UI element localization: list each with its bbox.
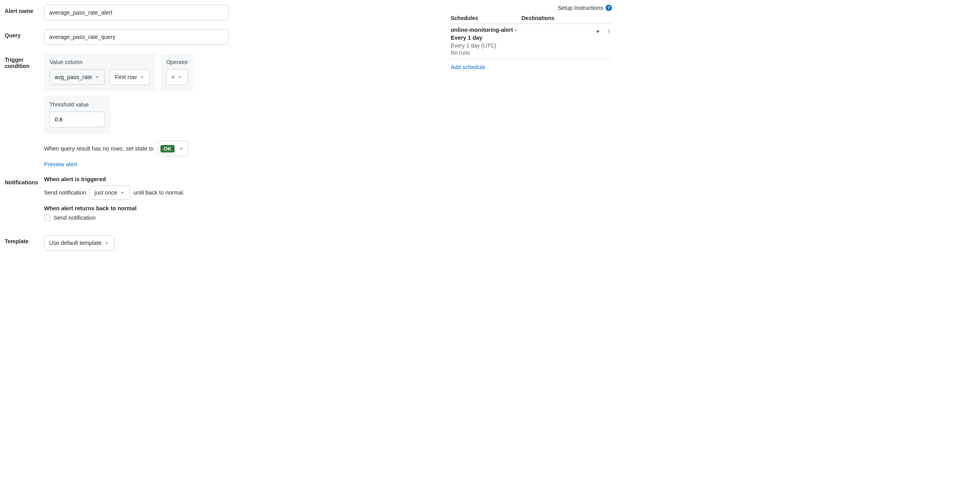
send-on-normal-checkbox[interactable]	[44, 215, 50, 221]
no-rows-text: When query result has no rows, set state…	[44, 145, 154, 152]
svg-point-3	[609, 33, 610, 33]
trigger-condition-label: Trigger condition	[5, 53, 44, 69]
send-suffix: until back to normal.	[133, 189, 184, 196]
notification-frequency-select[interactable]: just once	[89, 186, 130, 200]
row-selector-value: First row	[115, 74, 137, 80]
value-column-select[interactable]: avg_pass_rate	[50, 69, 105, 85]
schedule-title: online-monitoring-alert - Every 1 day	[451, 26, 519, 42]
normal-heading: When alert returns back to normal	[44, 205, 229, 211]
schedule-interval: Every 1 day (UTC)	[451, 42, 595, 49]
chevron-down-icon	[179, 146, 184, 151]
alert-name-input[interactable]	[44, 5, 229, 20]
query-label: Query	[5, 29, 44, 39]
value-column-value: avg_pass_rate	[55, 74, 92, 80]
schedule-runs: No runs	[451, 50, 595, 56]
chevron-down-icon	[177, 74, 182, 80]
play-icon[interactable]	[595, 29, 601, 35]
add-schedule-link[interactable]: Add schedule	[451, 64, 485, 70]
operator-value: <	[171, 74, 175, 80]
value-column-label: Value column	[50, 59, 150, 65]
threshold-input[interactable]	[50, 112, 105, 127]
notifications-label: Notifications	[5, 176, 44, 186]
operator-select[interactable]: <	[166, 69, 188, 85]
no-rows-state-select[interactable]: OK	[158, 141, 188, 156]
ok-badge: OK	[160, 145, 175, 152]
template-label: Template	[5, 235, 44, 244]
chevron-down-icon	[104, 240, 109, 246]
template-value: Use default template	[49, 240, 101, 246]
kebab-menu-icon[interactable]	[606, 29, 612, 35]
operator-card: Operator <	[161, 53, 193, 91]
help-icon[interactable]: ?	[606, 5, 612, 11]
send-prefix: Send notification	[44, 189, 86, 196]
triggered-heading: When alert is triggered	[44, 176, 229, 182]
setup-instructions-link[interactable]: Setup Instructions	[558, 5, 603, 11]
value-column-card: Value column avg_pass_rate First row	[44, 53, 155, 91]
svg-point-1	[609, 29, 610, 30]
operator-label: Operator	[166, 59, 188, 65]
chevron-down-icon	[94, 74, 100, 80]
query-input[interactable]	[44, 29, 229, 45]
threshold-label: Threshold value	[50, 101, 105, 108]
alert-name-label: Alert name	[5, 5, 44, 14]
destinations-column-header: Destinations	[521, 15, 554, 21]
frequency-value: just once	[94, 189, 117, 196]
chevron-down-icon	[120, 190, 125, 195]
svg-marker-0	[597, 30, 600, 33]
svg-point-2	[609, 31, 610, 32]
preview-alert-link[interactable]: Preview alert	[44, 161, 77, 167]
normal-checkbox-label: Send notification	[53, 215, 96, 221]
template-select[interactable]: Use default template	[44, 235, 114, 251]
schedules-column-header: Schedules	[451, 15, 521, 21]
chevron-down-icon	[139, 74, 145, 80]
row-selector-select[interactable]: First row	[110, 69, 150, 85]
schedule-row[interactable]: online-monitoring-alert - Every 1 day Ev…	[451, 24, 612, 59]
threshold-card: Threshold value	[44, 96, 111, 134]
